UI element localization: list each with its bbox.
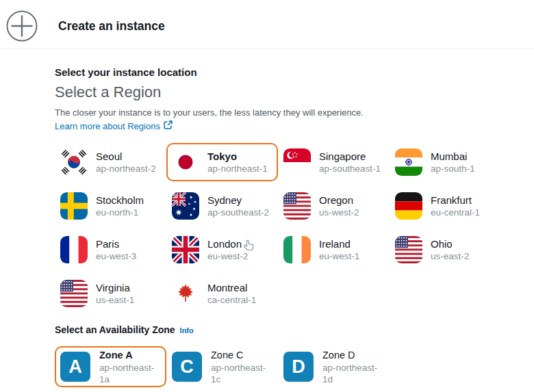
south-korea-flag-icon — [60, 148, 88, 176]
zone-code: ap-northeast-1d — [322, 362, 384, 385]
australia-flag-icon — [172, 192, 199, 220]
united-states-flag-icon — [283, 192, 311, 220]
region-code: ap-southeast-1 — [319, 163, 381, 174]
region-name: Tokyo — [207, 150, 268, 163]
region-name: Paris — [96, 237, 136, 250]
info-link[interactable]: Info — [180, 326, 194, 335]
region-card-frankfurt[interactable]: Frankfurt eu-central-1 — [390, 187, 501, 225]
region-code: eu-west-1 — [319, 250, 359, 262]
region-code: eu-central-1 — [431, 207, 480, 218]
learn-more-regions-link[interactable]: Learn more about Regions — [55, 120, 173, 132]
region-card-montreal[interactable]: Montreal ca-central-1 — [166, 274, 278, 313]
canada-flag-icon — [172, 280, 199, 307]
region-name: Oregon — [319, 194, 359, 207]
region-name: Seoul — [96, 150, 156, 163]
region-code: ap-southeast-2 — [207, 207, 269, 218]
zone-code: ap-northeast-1a — [99, 362, 161, 385]
united-kingdom-flag-icon — [172, 236, 199, 263]
zone-card-zone-a[interactable]: A Zone A ap-northeast-1a — [55, 346, 166, 387]
region-code: ap-northeast-1 — [207, 163, 268, 174]
page-header: Create an instance — [0, 0, 534, 46]
region-code: eu-west-2 — [207, 250, 248, 262]
region-name: Ohio — [431, 237, 469, 250]
region-card-ohio[interactable]: Ohio us-east-2 — [390, 231, 501, 269]
page-title: Create an instance — [58, 19, 165, 34]
region-name: London — [207, 237, 248, 250]
zone-name: Zone A — [99, 349, 161, 362]
region-grid: Seoul ap-northeast-2 Tokyo ap-northeast-… — [55, 143, 515, 313]
india-flag-icon — [395, 148, 422, 176]
region-name: Montreal — [207, 281, 256, 294]
united-states-flag-icon — [60, 280, 88, 307]
region-code: eu-west-3 — [96, 250, 136, 262]
zone-card-zone-d[interactable]: D Zone D ap-northeast-1d — [278, 346, 390, 387]
region-name: Frankfurt — [431, 194, 480, 207]
germany-flag-icon — [395, 192, 422, 220]
zone-name: Zone C — [211, 349, 272, 362]
select-region-subheading: Select a Region — [55, 83, 515, 101]
japan-flag-icon — [172, 148, 199, 176]
region-name: Stockholm — [96, 194, 144, 207]
region-name: Mumbai — [431, 150, 475, 163]
zone-card-zone-c[interactable]: C Zone C ap-northeast-1c — [166, 346, 278, 387]
region-name: Ireland — [319, 237, 359, 250]
region-card-oregon[interactable]: Oregon us-west-2 — [278, 187, 390, 225]
region-card-seoul[interactable]: Seoul ap-northeast-2 — [55, 143, 166, 181]
region-card-virginia[interactable]: Virginia us-east-1 — [55, 274, 166, 313]
zone-grid: A Zone A ap-northeast-1a C Zone C ap-nor… — [55, 346, 515, 387]
region-name: Virginia — [96, 281, 134, 294]
region-card-london[interactable]: London eu-west-2 — [166, 231, 278, 269]
united-states-flag-icon — [395, 236, 422, 263]
latency-description: The closer your instance is to your user… — [55, 107, 515, 118]
zone-name: Zone D — [322, 349, 384, 362]
region-code: us-east-1 — [96, 294, 134, 306]
region-code: ap-south-1 — [431, 163, 475, 174]
region-card-mumbai[interactable]: Mumbai ap-south-1 — [390, 143, 501, 181]
region-card-tokyo[interactable]: Tokyo ap-northeast-1 — [166, 143, 278, 181]
learn-more-regions-label: Learn more about Regions — [55, 121, 160, 132]
region-code: eu-north-1 — [96, 207, 144, 218]
zone-letter-tile: C — [172, 352, 202, 382]
zone-code: ap-northeast-1c — [211, 362, 272, 385]
zone-letter-tile: D — [283, 352, 314, 382]
plus-circle-icon — [6, 10, 38, 42]
region-code: us-west-2 — [319, 207, 359, 218]
singapore-flag-icon — [283, 148, 311, 176]
region-card-ireland[interactable]: Ireland eu-west-1 — [278, 231, 390, 269]
header-divider — [0, 49, 534, 49]
region-code: ap-northeast-2 — [96, 163, 156, 174]
availability-zone-heading: Select an Availability Zone — [55, 324, 175, 336]
region-card-singapore[interactable]: Singapore ap-southeast-1 — [278, 143, 390, 181]
region-card-stockholm[interactable]: Stockholm eu-north-1 — [55, 187, 166, 225]
region-code: ca-central-1 — [207, 294, 256, 306]
availability-zone-header: Select an Availability Zone Info — [55, 324, 515, 336]
instance-location-heading: Select your instance location — [55, 66, 515, 79]
region-name: Singapore — [319, 150, 381, 163]
main-content: Select your instance location Select a R… — [55, 66, 515, 387]
zone-letter-tile: A — [60, 352, 90, 382]
ireland-flag-icon — [283, 236, 311, 263]
sweden-flag-icon — [60, 192, 88, 220]
region-name: Sydney — [207, 194, 269, 207]
france-flag-icon — [60, 236, 88, 263]
region-card-paris[interactable]: Paris eu-west-3 — [55, 231, 166, 269]
external-link-icon — [164, 120, 173, 132]
region-card-sydney[interactable]: Sydney ap-southeast-2 — [166, 187, 278, 225]
region-code: us-east-2 — [431, 250, 469, 262]
